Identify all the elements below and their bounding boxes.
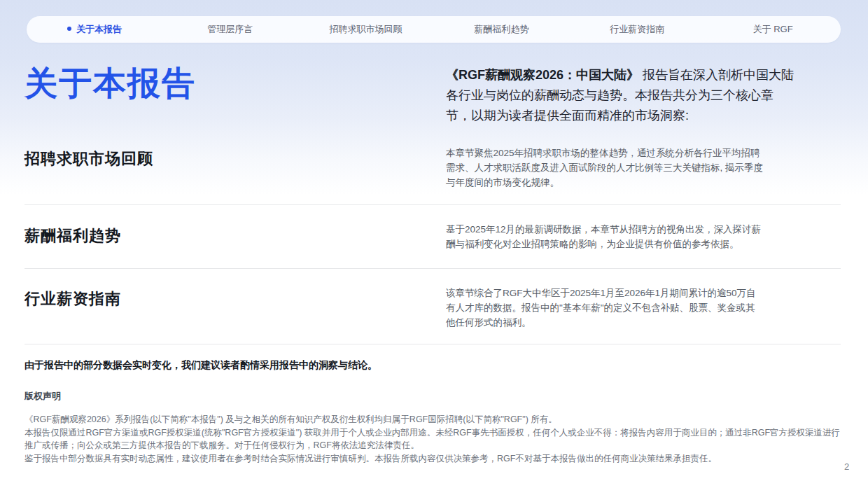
- nav-tab-management-preface[interactable]: 管理层序言: [162, 23, 298, 36]
- nav-tab-salary-benefit-trends[interactable]: 薪酬福利趋势: [433, 23, 569, 36]
- section-title-salary-benefit-trends: 薪酬福利趋势: [24, 225, 121, 246]
- section-title-industry-salary-guide: 行业薪资指南: [24, 288, 121, 309]
- nav-tab-label: 招聘求职市场回顾: [330, 24, 402, 34]
- page-title: 关于本报告: [24, 62, 196, 106]
- report-page: 关于本报告 管理层序言 招聘求职市场回顾 薪酬福利趋势 行业薪资指南 关于 RG…: [0, 0, 868, 488]
- nav-tab-label: 管理层序言: [207, 24, 253, 34]
- copyright-body: 《RGF薪酬观察2026》系列报告(以下简称"本报告") 及与之相关的所有知识产…: [24, 413, 845, 465]
- section-divider: [24, 344, 841, 344]
- section-title-market-review: 招聘求职市场回顾: [24, 148, 153, 169]
- section-divider: [24, 268, 841, 269]
- top-navigation: 关于本报告 管理层序言 招聘求职市场回顾 薪酬福利趋势 行业薪资指南 关于 RG…: [27, 16, 841, 43]
- page-number: 2: [844, 461, 849, 472]
- copyright-paragraph: 鉴于报告中部分数据具有实时动态属性，建议使用者在参考时结合实际情况进行审慎研判。…: [24, 452, 845, 466]
- nav-tab-industry-salary-guide[interactable]: 行业薪资指南: [569, 23, 705, 36]
- report-name-bold: 《RGF薪酬观察2026：中国大陆》: [446, 68, 639, 82]
- section-desc-industry-salary-guide: 该章节综合了RGF大中华区于2025年1月至2026年1月期间累计的逾50万自有…: [446, 286, 764, 330]
- section-desc-salary-benefit-trends: 基于2025年12月的最新调研数据，本章节从招聘方的视角出发，深入探讨薪酬与福利…: [446, 222, 764, 251]
- section-desc-market-review: 本章节聚焦2025年招聘求职市场的整体趋势，通过系统分析各行业平均招聘需求、人才…: [446, 146, 764, 190]
- nav-tab-about-report[interactable]: 关于本报告: [27, 23, 162, 36]
- nav-tab-label: 关于本报告: [76, 24, 122, 34]
- section-divider: [24, 204, 841, 205]
- active-tab-dot-icon: [67, 27, 71, 31]
- data-realtime-note: 由于报告中的部分数据会实时变化，我们建议读者酌情采用报告中的洞察与结论。: [24, 359, 844, 372]
- report-intro-paragraph: 《RGF薪酬观察2026：中国大陆》 报告旨在深入剖析中国大陆各行业与岗位的薪酬…: [446, 65, 794, 126]
- nav-tab-label: 行业薪资指南: [610, 24, 664, 34]
- copyright-paragraph: 《RGF薪酬观察2026》系列报告(以下简称"本报告") 及与之相关的所有知识产…: [24, 413, 845, 426]
- copyright-paragraph: 本报告仅限通过RGF官方渠道或RGF授权渠道(统称"RGF官方授权渠道") 获取…: [24, 426, 845, 452]
- nav-tab-label: 薪酬福利趋势: [474, 24, 528, 34]
- copyright-title: 版权声明: [24, 390, 61, 403]
- nav-tab-market-review[interactable]: 招聘求职市场回顾: [298, 23, 434, 36]
- nav-tab-about-rgf[interactable]: 关于 RGF: [705, 23, 841, 36]
- nav-tab-label: 关于 RGF: [753, 24, 793, 34]
